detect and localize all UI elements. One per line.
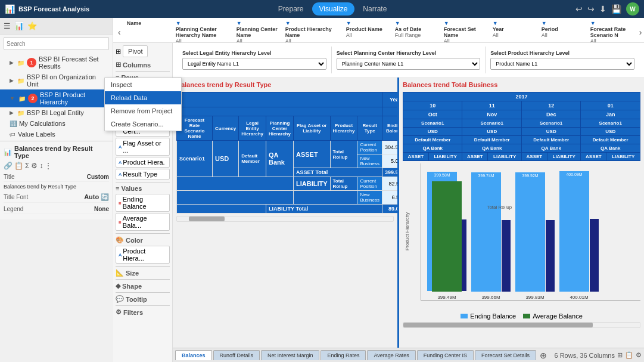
main-layout: ☰ 📊 ⭐ ▶ 📁 1 BSP BI Forecast Set Results … (0, 18, 644, 362)
result-new-cell: New Business (357, 154, 382, 168)
planning-center-selector: Select Planning Center Hierarchy Level P… (332, 47, 486, 73)
pivot-chip-ending[interactable]: ■ Ending Balance (116, 194, 170, 212)
th-usd-oct: USD (403, 128, 462, 136)
sidebar: ☰ 📊 ⭐ ▶ 📁 1 BSP BI Forecast Set Results … (0, 18, 113, 141)
nav-visualize[interactable]: Visualize (312, 2, 355, 16)
pivot-button[interactable]: Pivot (123, 45, 148, 57)
sort-icon[interactable]: ↕ (39, 162, 43, 170)
context-menu: Inspect Reload Data Remove from Project … (104, 78, 182, 131)
undo-icon[interactable]: ↩ (575, 4, 583, 14)
bar-group-dec: 399.92M 399.83M (515, 172, 555, 300)
tab-net-interest[interactable]: Net Interest Margin (261, 350, 320, 360)
pivot-chip-average[interactable]: ■ Average Bala... (116, 213, 170, 231)
redo-icon[interactable]: ↪ (587, 4, 595, 14)
filter-prop-icon[interactable]: ⚙ (31, 162, 38, 170)
download-icon[interactable]: ⬇ (599, 4, 606, 14)
tab-average-rates[interactable]: Average Rates (367, 350, 415, 360)
col-header-planning-hierarchy: ▼ Planning Center Hierarchy Name All (173, 19, 233, 43)
bar-group-oct: 399.58M 399.49M (427, 172, 466, 300)
pivot-chip-product[interactable]: A Product Hiera. (116, 157, 170, 168)
legal-entity-select[interactable]: Legal Entity Name L1 (182, 58, 326, 70)
refresh-icon[interactable]: 🔄 (101, 193, 109, 200)
ctx-remove[interactable]: Remove from Project (105, 104, 181, 117)
chart-bar-icon[interactable]: 📊 (14, 21, 24, 30)
columns-icon: ⊞ (116, 61, 121, 69)
tab-settings-icon-2[interactable]: 📋 (625, 351, 633, 359)
tab-runoff-details[interactable]: Runoff Details (213, 350, 260, 360)
sidebar-item-calculations[interactable]: 🔢 My Calculations (0, 118, 113, 129)
right-chart-scrollbar[interactable] (403, 322, 640, 328)
topbar-nav: Prepare Visualize Narrate (271, 2, 394, 16)
liability-total-label: LIABILITY Total (266, 205, 382, 214)
bar-dec-ending: 399.92M (515, 172, 545, 292)
ctx-inspect[interactable]: Inspect (105, 78, 181, 91)
planning-cell: QA Bank (266, 141, 294, 177)
topbar-left: 📊 BSP Forecast Analysis (5, 4, 89, 14)
prev-col-icon[interactable]: ‹ (116, 26, 123, 38)
save-icon[interactable]: 💾 (611, 4, 621, 14)
th-period-12: 12 (521, 101, 580, 110)
more-icon[interactable]: ⋮ (45, 162, 52, 170)
row-count-info: 6 Rows, 36 Columns (555, 352, 615, 359)
search-input[interactable] (4, 37, 109, 50)
product-select[interactable]: Product Name L1 (490, 58, 634, 70)
th-dec: Dec (521, 110, 580, 119)
copy-icon[interactable]: 📋 (14, 162, 23, 170)
star-icon[interactable]: ⭐ (27, 21, 37, 30)
filter-icon-5: ▼ (395, 20, 400, 26)
tab-funding-center[interactable]: Funding Center IS (417, 350, 474, 360)
sidebar-item-value-labels[interactable]: 🏷 Value Labels (0, 129, 113, 140)
chart-content: Select Legal Entity Hierarchy Level Lega… (173, 43, 644, 362)
values-icon: ≡ (116, 185, 119, 192)
sum-icon[interactable]: Σ (25, 162, 29, 170)
pivot-chip-result[interactable]: A Result Type (116, 169, 170, 180)
bar-nov-liability (502, 220, 511, 292)
bar-group-nov: 399.74M 399.66M (471, 172, 511, 300)
nav-narrate[interactable]: Narrate (356, 2, 394, 16)
legend-row: Legend None (4, 205, 109, 214)
tab-settings-icon-1[interactable]: ⊞ (617, 351, 623, 359)
tab-balances[interactable]: Balances (175, 350, 212, 360)
col-header-product-name: ▼ Product Name All (344, 19, 391, 39)
tab-forecast-set[interactable]: Forecast Set Details (475, 350, 536, 360)
liability-total-row: LIABILITY Total 89.02K 88.17K (177, 205, 400, 214)
asset-total-label: ASSET Total (293, 168, 382, 177)
ctx-reload-data[interactable]: Reload Data (105, 91, 181, 104)
th-period-01: 01 (581, 101, 640, 110)
item-label-4: BSP BI Legal Entity (27, 109, 84, 116)
tab-ending-rates[interactable]: Ending Rates (321, 350, 366, 360)
y-axis-label: Product Hierarchy (405, 163, 410, 300)
sidebar-item-org-unit[interactable]: ▶ 📁 BSP BI on Organization Unit (0, 72, 113, 89)
filter-icon-3: ▼ (285, 20, 291, 26)
legend-label: Legend (4, 206, 23, 212)
next-col-icon[interactable]: › (637, 26, 644, 38)
hierarchy-selectors: Select Legal Entity Hierarchy Level Lega… (173, 43, 644, 78)
bar-label-399-58: 399.58M (434, 173, 450, 177)
nav-prepare[interactable]: Prepare (271, 2, 311, 16)
planning-center-label: Select Planning Center Hierarchy Level (337, 50, 481, 56)
tab-settings-icon-3[interactable]: ⚙ (636, 351, 642, 359)
ending-6k: 6.52K (382, 191, 399, 205)
chart-legend: Ending Balance Average Balance (403, 313, 640, 320)
topbar-right: ↩ ↪ ⬇ 💾 W (575, 2, 639, 16)
properties-title: 📊 Balances trend by Result Type (4, 145, 109, 159)
pivot-chip-color-product[interactable]: A Product Hiera... (116, 246, 170, 264)
sidebar-item-legal-entity[interactable]: ▶ 📁 BSP BI Legal Entity (0, 107, 113, 118)
sidebar-item-forecast-results[interactable]: ▶ 📁 1 BSP BI Forecast Set Results (0, 54, 113, 72)
add-tab-icon[interactable]: ⊕ (537, 351, 549, 360)
sidebar-item-product-hierarchy[interactable]: ▼ 📁 2 BSP BI Product Hierarchy (0, 89, 113, 107)
size-section-title: 📐 Size (116, 269, 170, 277)
values-section-title: ≡ Values (116, 185, 170, 192)
badge-2: 2 (28, 94, 38, 103)
left-chart-scrollbar[interactable] (176, 216, 394, 222)
menu-icon[interactable]: ☰ (4, 21, 11, 30)
th-liability-jan: LIABILITY (606, 153, 640, 161)
planning-center-select[interactable]: Planning Center Name L1 (337, 58, 481, 70)
ctx-create-scenario[interactable]: Create Scenario... (105, 117, 181, 131)
link-icon[interactable]: 🔗 (4, 162, 13, 170)
user-avatar[interactable]: W (626, 2, 639, 16)
th-oct: Oct (403, 110, 462, 119)
th-usd-dec: USD (521, 128, 580, 136)
pivot-chip-flag[interactable]: A Flag Asset or ... (116, 138, 170, 156)
bar-pair-nov: 399.74M (471, 172, 511, 292)
